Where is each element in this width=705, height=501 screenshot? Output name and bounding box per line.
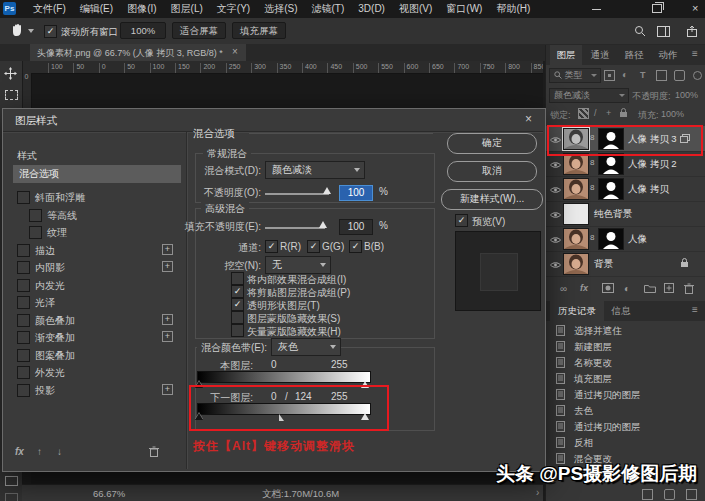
style-item[interactable]: 等高线: [13, 207, 181, 224]
layer-thumbnail[interactable]: [563, 153, 589, 175]
style-item[interactable]: 颜色叠加+: [13, 312, 181, 329]
style-checkbox[interactable]: [17, 314, 30, 327]
panel-tab[interactable]: 历史记录: [550, 301, 604, 321]
history-item[interactable]: 反相: [546, 435, 705, 451]
menu-item[interactable]: 滤镜(T): [305, 0, 352, 18]
next-layer-black-thumb[interactable]: [195, 413, 203, 420]
layer-row[interactable]: 8人像: [546, 226, 705, 252]
add-mask-icon[interactable]: [602, 283, 614, 295]
style-item[interactable]: 描边+: [13, 242, 181, 259]
layer-name[interactable]: 人像 拷贝 2: [628, 158, 677, 171]
move-tool-icon[interactable]: [4, 67, 17, 82]
visibility-eye-icon[interactable]: [550, 235, 561, 246]
channel-checkbox[interactable]: ✓: [265, 240, 278, 253]
menu-item[interactable]: 视图(V): [392, 0, 439, 18]
blend-option-checkbox[interactable]: [231, 324, 244, 337]
menu-item[interactable]: 文字(Y): [210, 0, 257, 18]
history-item[interactable]: 通过拷贝的图层: [546, 387, 705, 403]
menu-item[interactable]: 图层(L): [164, 0, 210, 18]
opacity-slider[interactable]: [265, 193, 329, 195]
expand-style-icon[interactable]: +: [162, 244, 173, 255]
mask-link-icon[interactable]: 8: [590, 158, 594, 167]
fill-opacity-slider[interactable]: [265, 227, 325, 229]
expand-style-icon[interactable]: +: [162, 384, 173, 395]
style-item[interactable]: 斜面和浮雕: [13, 189, 181, 206]
tool-extra-icon[interactable]: [5, 493, 18, 501]
panel-menu-icon[interactable]: ≡: [692, 48, 698, 59]
blend-if-dropdown[interactable]: 灰色: [271, 338, 341, 356]
visibility-eye-icon[interactable]: [550, 210, 561, 221]
layer-name[interactable]: 人像: [628, 233, 647, 246]
style-checkbox[interactable]: [29, 209, 42, 222]
lock-all-icon[interactable]: [619, 108, 628, 120]
layer-row[interactable]: 8人像 拷贝 3: [546, 126, 705, 152]
layer-row[interactable]: 8人像 拷贝: [546, 176, 705, 202]
style-checkbox[interactable]: [29, 226, 42, 239]
style-item[interactable]: 内阴影+: [13, 259, 181, 276]
add-effect-icon[interactable]: fx: [15, 446, 24, 457]
layer-row[interactable]: 8人像 拷贝 2: [546, 151, 705, 177]
this-layer-white-thumb[interactable]: [361, 381, 369, 388]
layer-blend-mode-dropdown[interactable]: 颜色减淡: [549, 88, 629, 103]
panel-tab[interactable]: 信息: [606, 301, 636, 321]
tool-dropdown-caret-icon[interactable]: [28, 29, 34, 33]
opacity-slider-thumb[interactable]: [323, 187, 331, 194]
filter-type-dropdown[interactable]: 类型: [549, 68, 601, 83]
panel-tab[interactable]: 路径: [618, 45, 650, 65]
filter-adjustment-icon[interactable]: ◐: [622, 69, 628, 80]
tab-close-icon[interactable]: ×: [232, 46, 238, 57]
layer-name[interactable]: 人像 拷贝 3: [628, 133, 677, 146]
visibility-eye-icon[interactable]: [550, 135, 561, 146]
layer-fx-icon[interactable]: fx: [580, 283, 588, 293]
panel-tab[interactable]: 动作: [652, 45, 684, 65]
history-item[interactable]: 选择并遮住: [546, 323, 705, 339]
filter-type-text-icon[interactable]: T: [640, 70, 646, 80]
layer-thumbnail[interactable]: [563, 128, 589, 150]
next-layer-split-thumb[interactable]: [279, 414, 284, 421]
layer-mask-thumbnail[interactable]: [598, 228, 624, 250]
document-tab[interactable]: 头像素材.png @ 66.7% (人像 拷贝 3, RGB/8) * ×: [30, 44, 246, 61]
style-checkbox[interactable]: [17, 261, 30, 274]
blend-option-checkbox[interactable]: ✓: [231, 298, 244, 311]
style-item[interactable]: 渐变叠加+: [13, 329, 181, 346]
link-layers-icon[interactable]: ∞: [560, 283, 567, 294]
share-icon[interactable]: [686, 25, 698, 39]
layer-thumbnail[interactable]: [563, 203, 589, 225]
layer-name[interactable]: 纯色背景: [594, 208, 632, 221]
history-item[interactable]: 通过拷贝的图层: [546, 419, 705, 435]
style-item-blending-options-selected[interactable]: 混合选项: [13, 165, 181, 183]
lock-move-icon[interactable]: +: [606, 108, 611, 118]
panel-tab[interactable]: 通道: [584, 45, 616, 65]
this-layer-black-thumb[interactable]: [195, 381, 203, 388]
menu-item[interactable]: 选择(S): [257, 0, 304, 18]
move-effect-up-icon[interactable]: ↑: [37, 446, 42, 457]
channel-checkbox[interactable]: ✓: [349, 240, 362, 253]
history-item[interactable]: 去色: [546, 403, 705, 419]
restore-icon[interactable]: [652, 4, 662, 13]
menu-item[interactable]: 编辑(E): [73, 0, 120, 18]
minimize-icon[interactable]: [592, 9, 601, 10]
fill-opacity-slider-thumb[interactable]: [319, 221, 327, 228]
zoom-button[interactable]: 填充屏幕: [232, 22, 286, 39]
blend-option-checkbox[interactable]: [231, 272, 244, 285]
style-item[interactable]: 光泽: [13, 294, 181, 311]
menu-item[interactable]: 帮助(H): [489, 0, 537, 18]
style-item[interactable]: 图案叠加: [13, 347, 181, 364]
status-chevron-icon[interactable]: ›: [536, 487, 539, 498]
layer-name[interactable]: 人像 拷贝: [628, 183, 669, 196]
layer-row[interactable]: 背景: [546, 251, 705, 277]
new-group-icon[interactable]: [644, 283, 656, 295]
filter-shape-icon[interactable]: [656, 70, 667, 81]
new-doc-from-state-icon[interactable]: [642, 489, 653, 500]
filter-pixel-icon[interactable]: [604, 70, 615, 81]
hand-tool-icon[interactable]: [10, 23, 25, 39]
layer-mask-thumbnail[interactable]: [598, 128, 624, 150]
mask-link-icon[interactable]: 8: [590, 183, 594, 192]
style-item[interactable]: 外发光: [13, 364, 181, 381]
style-checkbox[interactable]: [17, 366, 30, 379]
move-effect-down-icon[interactable]: ↓: [57, 446, 62, 457]
fill-opacity-field[interactable]: 100: [339, 219, 373, 235]
visibility-eye-icon[interactable]: [550, 185, 561, 196]
blend-mode-dropdown[interactable]: 颜色减淡: [265, 161, 365, 179]
style-checkbox[interactable]: [17, 349, 30, 362]
